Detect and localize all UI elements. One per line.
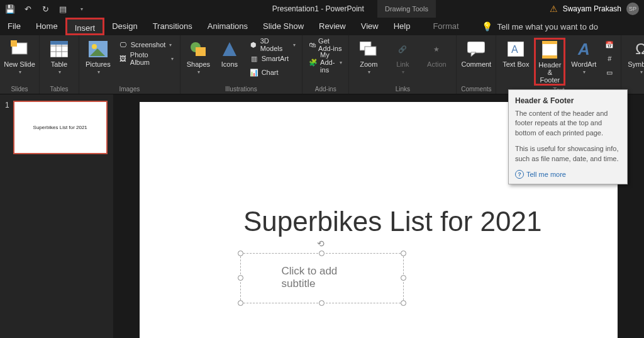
group-images: Pictures▾ 🖵Screenshot▾ 🖼Photo Album▾ Ima… [79, 35, 180, 94]
warning-icon[interactable]: ⚠ [550, 4, 558, 14]
text-box-button[interactable]: A Text Box [500, 38, 531, 68]
subtitle-placeholder[interactable]: ⟲ Click to add subtitle [240, 253, 404, 303]
table-icon [49, 39, 69, 59]
pictures-button[interactable]: Pictures▾ [83, 38, 113, 75]
undo-icon[interactable]: ↶ [23, 4, 33, 14]
get-addins-button[interactable]: 🛍Get Add-ins [306, 38, 345, 52]
table-button[interactable]: Table▾ [43, 38, 75, 75]
photo-album-icon: 🖼 [118, 54, 128, 64]
text-box-icon: A [506, 39, 526, 59]
smartart-icon: ▥ [249, 54, 259, 64]
slide-number-icon: # [604, 54, 614, 64]
photo-album-button[interactable]: 🖼Photo Album▾ [116, 52, 176, 65]
group-label-slides: Slides [4, 84, 35, 93]
svg-text:A: A [511, 44, 518, 55]
rotate-handle-icon[interactable]: ⟲ [317, 239, 325, 249]
subtitle-placeholder-text[interactable]: Click to add subtitle [282, 265, 363, 290]
addins-icon: 🧩 [309, 57, 318, 67]
svg-rect-16 [467, 42, 485, 53]
resize-handle[interactable] [238, 251, 243, 256]
group-label-tables: Tables [43, 84, 75, 93]
comment-icon [466, 39, 486, 59]
svg-rect-1 [11, 40, 17, 47]
store-icon: 🛍 [309, 40, 316, 50]
slide-number-button[interactable]: # [602, 52, 617, 65]
object-button[interactable]: ▭ [602, 65, 617, 79]
resize-handle[interactable] [319, 251, 325, 256]
svg-rect-15 [365, 47, 376, 55]
context-tool-label: Drawing Tools [377, 0, 436, 18]
header-footer-button[interactable]: Header & Footer [534, 38, 565, 86]
group-label-comments: Comments [460, 84, 492, 93]
tab-review[interactable]: Review [311, 18, 353, 35]
icons-button[interactable]: Icons [215, 38, 244, 68]
new-slide-button[interactable]: New Slide▾ [4, 38, 35, 75]
tab-view[interactable]: View [353, 18, 386, 35]
date-time-icon: 📅 [604, 40, 614, 50]
tab-slideshow[interactable]: Slide Show [255, 18, 311, 35]
tab-design[interactable]: Design [104, 18, 145, 35]
symbols-button[interactable]: Ω Symbols▾ [625, 38, 644, 75]
resize-handle[interactable] [238, 275, 243, 281]
svg-rect-22 [542, 55, 557, 59]
shapes-icon [188, 39, 208, 59]
icons-icon [219, 39, 240, 59]
redo-icon[interactable]: ↻ [40, 4, 50, 14]
svg-marker-13 [223, 42, 236, 56]
tab-insert[interactable]: Insert [65, 18, 105, 35]
pictures-icon [88, 39, 108, 59]
qat-customize-icon[interactable]: ▾ [77, 4, 87, 14]
link-icon: 🔗 [392, 39, 413, 59]
thumbnail-number: 1 [5, 101, 9, 154]
my-addins-button[interactable]: 🧩My Add-ins▾ [306, 55, 345, 69]
tell-me-search[interactable]: 💡 Tell me what you want to do [482, 21, 598, 31]
avatar[interactable]: SP [626, 3, 639, 15]
thumbnail-title: Superbikes List for 2021 [33, 125, 87, 130]
group-label-addins: Add-ins [306, 84, 345, 93]
zoom-icon [358, 39, 379, 59]
tab-home[interactable]: Home [28, 18, 65, 35]
thumbnail-panel[interactable]: 1 Superbikes List for 2021 [0, 94, 113, 338]
group-links: Zoom▾ 🔗 Link▾ ★ Action Links [349, 35, 457, 94]
tab-transitions[interactable]: Transitions [145, 18, 200, 35]
chart-button[interactable]: 📊Chart [247, 65, 298, 79]
save-icon[interactable]: 💾 [5, 4, 15, 14]
comment-button[interactable]: Comment [460, 38, 492, 68]
svg-rect-7 [50, 41, 68, 45]
slide-title-text[interactable]: Superbikes List for 2021 [243, 206, 542, 237]
tooltip-tell-me-more-link[interactable]: ? Tell me more [515, 170, 621, 179]
action-icon: ★ [426, 39, 447, 59]
screenshot-button[interactable]: 🖵Screenshot▾ [116, 38, 176, 52]
tooltip-body-1: The content of the header and footer rep… [515, 109, 621, 138]
chart-icon: 📊 [249, 67, 259, 77]
symbols-icon: Ω [631, 39, 644, 59]
group-slides: New Slide▾ Slides [0, 35, 40, 94]
group-label-illustrations: Illustrations [184, 84, 298, 93]
tab-help[interactable]: Help [386, 18, 418, 35]
slide-thumbnail-1[interactable]: 1 Superbikes List for 2021 [5, 101, 108, 154]
tab-animations[interactable]: Animations [200, 18, 255, 35]
smartart-button[interactable]: ▥SmartArt [247, 52, 298, 65]
resize-handle[interactable] [401, 251, 406, 256]
tab-format[interactable]: Format [425, 18, 466, 35]
date-time-button[interactable]: 📅 [602, 38, 617, 52]
document-title: Presentation1 - PowerPoint [87, 4, 550, 13]
resize-handle[interactable] [401, 275, 406, 281]
svg-point-9 [92, 44, 97, 49]
tooltip-body-2: This is useful for showcasing info, such… [515, 144, 621, 164]
group-label-images: Images [83, 84, 176, 93]
action-button: ★ Action [421, 38, 452, 68]
resize-handle[interactable] [238, 300, 243, 306]
wordart-button[interactable]: A WordArt▾ [568, 38, 599, 75]
start-from-beginning-icon[interactable]: ▤ [58, 4, 68, 14]
svg-rect-21 [542, 41, 557, 44]
shapes-button[interactable]: Shapes▾ [184, 38, 213, 75]
tab-file[interactable]: File [0, 18, 28, 35]
3d-models-button[interactable]: ⬢3D Models▾ [247, 38, 298, 52]
resize-handle[interactable] [401, 300, 406, 306]
3d-models-icon: ⬢ [249, 40, 258, 50]
ribbon: New Slide▾ Slides Table▾ Tables Pictures… [0, 35, 644, 94]
resize-handle[interactable] [319, 300, 325, 306]
zoom-button[interactable]: Zoom▾ [353, 38, 384, 75]
ribbon-tabs: File Home Insert Design Transitions Anim… [0, 18, 644, 35]
